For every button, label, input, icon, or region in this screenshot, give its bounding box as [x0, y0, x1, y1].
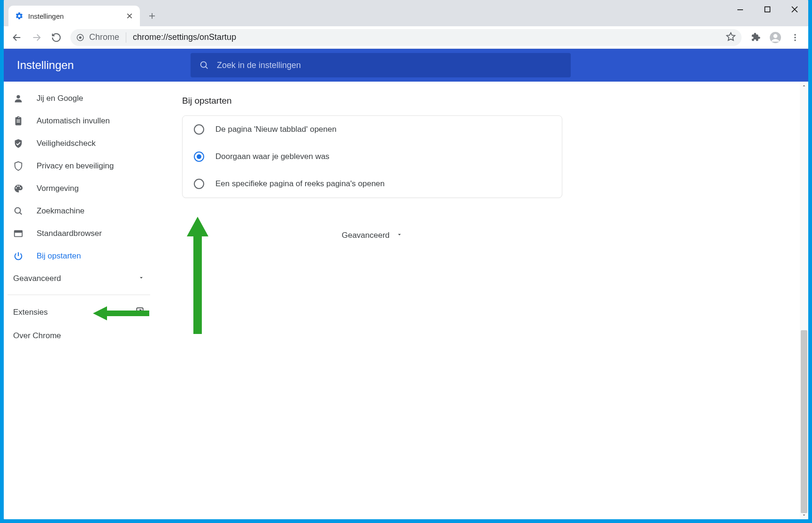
svg-point-7	[794, 37, 796, 38]
browser-window-icon	[13, 228, 23, 239]
sidebar-item-label: Bij opstarten	[37, 251, 81, 261]
toolbar: Chrome chrome://settings/onStartup	[4, 26, 808, 49]
omnibox-divider	[126, 32, 126, 43]
sidebar-item-label: Privacy en beveiliging	[37, 161, 114, 171]
address-bar[interactable]: Chrome chrome://settings/onStartup	[70, 29, 742, 46]
sidebar-advanced-toggle[interactable]: Geavanceerd	[8, 267, 150, 290]
url-scheme-label: Chrome	[89, 32, 119, 42]
sidebar-advanced-label: Geavanceerd	[13, 274, 61, 283]
sidebar-extensions-label: Extensies	[13, 308, 48, 317]
sidebar-item-label: Standaardbrowser	[37, 229, 102, 238]
power-icon	[13, 251, 23, 261]
advanced-label: Geavanceerd	[342, 231, 390, 240]
close-tab-icon[interactable]	[126, 12, 133, 20]
close-window-button[interactable]	[781, 0, 808, 19]
sidebar-item-label: Automatisch invullen	[37, 116, 110, 126]
palette-icon	[13, 183, 23, 194]
sidebar-item-on-startup[interactable]: Bij opstarten	[8, 245, 150, 267]
svg-point-11	[15, 208, 21, 213]
maximize-button[interactable]	[754, 0, 781, 19]
scroll-down-icon[interactable]	[801, 512, 807, 518]
sidebar-item-label: Vormgeving	[37, 184, 79, 193]
back-button[interactable]	[8, 29, 25, 46]
gear-icon	[15, 12, 23, 20]
chrome-icon	[76, 33, 84, 42]
kebab-menu-button[interactable]	[787, 29, 804, 46]
svg-rect-13	[15, 231, 23, 233]
radio-continue-where-left-off[interactable]: Doorgaan waar je gebleven was	[183, 143, 562, 170]
new-tab-button[interactable]	[144, 8, 161, 24]
main-advanced-toggle[interactable]: Geavanceerd	[182, 231, 562, 240]
reload-button[interactable]	[48, 29, 65, 46]
radio-open-specific-pages[interactable]: Een specifieke pagina of reeks pagina's …	[183, 170, 562, 197]
radio-icon	[194, 152, 204, 162]
sidebar-item-you-and-google[interactable]: Jij en Google	[8, 87, 150, 110]
window-controls	[727, 0, 808, 26]
radio-label: Een specifieke pagina of reeks pagina's …	[215, 179, 385, 189]
search-icon	[199, 60, 209, 70]
settings-header: Instellingen	[4, 49, 808, 82]
svg-point-5	[774, 34, 778, 38]
sidebar-item-default-browser[interactable]: Standaardbrowser	[8, 222, 150, 245]
sidebar-about-link[interactable]: Over Chrome	[8, 325, 150, 347]
extensions-button[interactable]	[747, 29, 764, 46]
radio-open-new-tab[interactable]: De pagina 'Nieuw tabblad' openen	[183, 116, 562, 143]
shield-icon	[13, 161, 23, 171]
sidebar: Jij en Google Automatisch invullen Veili…	[4, 82, 154, 519]
sidebar-item-autofill[interactable]: Automatisch invullen	[8, 110, 150, 132]
svg-point-10	[16, 95, 20, 99]
sidebar-item-privacy[interactable]: Privacy en beveiliging	[8, 155, 150, 177]
sidebar-extensions-link[interactable]: Extensies	[8, 300, 150, 325]
search-icon	[13, 206, 23, 216]
svg-point-3	[79, 36, 81, 38]
url-text: chrome://settings/onStartup	[133, 32, 721, 42]
sidebar-item-label: Veiligheidscheck	[37, 139, 96, 148]
titlebar: Instellingen	[4, 0, 808, 26]
bookmark-star-icon[interactable]	[726, 31, 736, 44]
tab-title: Instellingen	[28, 12, 121, 20]
radio-icon	[194, 179, 204, 189]
svg-point-6	[794, 34, 796, 35]
main-content: Bij opstarten De pagina 'Nieuw tabblad' …	[154, 82, 808, 519]
svg-rect-1	[765, 7, 770, 12]
clipboard-icon	[13, 116, 23, 126]
browser-tab[interactable]: Instellingen	[8, 6, 140, 26]
chevron-down-icon	[138, 274, 145, 283]
chevron-down-icon	[396, 231, 403, 240]
sidebar-item-label: Zoekmachine	[37, 206, 84, 216]
page-title: Instellingen	[17, 59, 172, 72]
radio-label: Doorgaan waar je gebleven was	[215, 152, 329, 161]
scrollbar-thumb[interactable]	[801, 330, 807, 513]
svg-rect-0	[737, 9, 743, 10]
sidebar-item-search-engine[interactable]: Zoekmachine	[8, 200, 150, 222]
settings-search[interactable]	[191, 53, 571, 77]
svg-point-8	[794, 39, 796, 41]
profile-avatar[interactable]	[767, 29, 784, 46]
scroll-up-icon[interactable]	[801, 83, 807, 89]
startup-options-card: De pagina 'Nieuw tabblad' openen Doorgaa…	[182, 115, 562, 198]
person-icon	[13, 93, 23, 104]
sidebar-item-label: Jij en Google	[37, 94, 83, 103]
radio-label: De pagina 'Nieuw tabblad' openen	[215, 125, 337, 134]
sidebar-item-appearance[interactable]: Vormgeving	[8, 177, 150, 200]
sidebar-about-label: Over Chrome	[13, 331, 61, 341]
minimize-button[interactable]	[727, 0, 754, 19]
forward-button[interactable]	[28, 29, 45, 46]
scrollbar[interactable]	[800, 82, 808, 519]
radio-icon	[194, 124, 204, 135]
sidebar-divider	[8, 295, 150, 295]
shield-check-icon	[13, 138, 23, 149]
external-link-icon	[135, 306, 145, 318]
svg-point-9	[201, 62, 207, 68]
settings-search-input[interactable]	[217, 61, 562, 70]
section-title: Bij opstarten	[182, 96, 780, 106]
sidebar-item-safety-check[interactable]: Veiligheidscheck	[8, 132, 150, 155]
